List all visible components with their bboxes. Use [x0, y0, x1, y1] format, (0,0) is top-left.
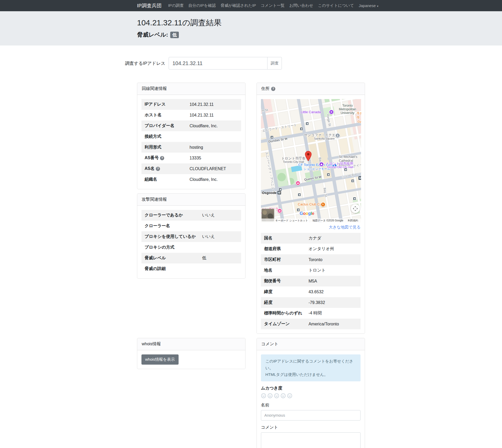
map-attribution: キーボード ショートカット 地図データ ©2026 Google 利用規約 地図… [261, 219, 361, 222]
hotel-icon[interactable] [295, 181, 300, 186]
old-city-hall-icon[interactable] [319, 162, 324, 167]
help-icon[interactable]: ? [271, 87, 275, 91]
attack-info-title: 攻撃関連情報 [142, 197, 167, 202]
row-value: Toronto [305, 254, 361, 265]
transit-stop-icon [306, 122, 309, 125]
row-label: プロバイダー名 [141, 120, 186, 131]
angry-face-icon[interactable] [281, 393, 286, 398]
attack-info-card: 攻撃関連情報 クローラーであるかいいえ クローラー名 プロキシを使用しているかい… [137, 193, 246, 279]
row-value: カナダ [305, 233, 361, 244]
row-label: 経度 [261, 297, 305, 308]
google-map[interactable]: m St エドワード・ストリート Dundas St W Yonge St Ba… [261, 99, 361, 222]
language-dropdown[interactable]: Japanese▼ [356, 3, 381, 8]
comment-card: コメント このIPアドレスに関するコメントをお寄せください。 HTMLタグは使用… [256, 338, 365, 448]
map-data-credit: 地図データ ©2026 Google [312, 219, 343, 222]
nav-item-ip-search[interactable]: IPの調査 [166, 3, 186, 8]
ip-search-input[interactable] [169, 57, 267, 70]
row-value: 104.21.32.11 [186, 110, 241, 120]
transit-stop-icon [327, 173, 330, 176]
view-larger-map-link[interactable]: 大きな地図で見る [261, 225, 361, 230]
show-whois-button[interactable]: whois情報を表示 [141, 354, 179, 365]
poi-label-eaton-jp: ショッピングモール [304, 167, 330, 171]
metro-station-icon[interactable]: M [277, 191, 281, 195]
row-value [199, 263, 241, 274]
row-label: 緯度 [261, 286, 305, 297]
square-poi-icon[interactable] [335, 133, 340, 138]
nav-item-my-ip[interactable]: 自分のIPを確認 [186, 3, 218, 8]
table-row: プロキシを使用しているかいいえ [141, 231, 241, 242]
comment-field[interactable] [261, 432, 361, 448]
brand-link[interactable]: IP調査兵団 [137, 2, 162, 9]
table-row: タイムゾーンAmerica/Toronto [261, 319, 361, 329]
metro-station-icon[interactable]: M [358, 176, 361, 180]
row-label: 標準時間からのずれ [261, 308, 305, 319]
transit-stop-icon [353, 197, 356, 200]
help-icon[interactable]: ? [160, 156, 164, 160]
table-row: 緯度43.6532 [261, 286, 361, 297]
row-value: hosting [186, 142, 241, 153]
table-row: 組織名Cloudflare, Inc. [141, 174, 241, 185]
poi-label-old-city-hall-en: Toronto Old City Hall [327, 165, 353, 169]
row-value: いいえ [199, 210, 241, 221]
poi-label-little-canada: Little Canada [301, 110, 321, 114]
row-value: トロント [305, 265, 361, 276]
restaurant-icon[interactable] [321, 202, 326, 207]
table-row: 脅威レベル低 [141, 253, 241, 263]
table-row: クローラー名 [141, 221, 241, 231]
row-label: IPアドレス [141, 99, 186, 110]
angry-face-icon[interactable] [267, 393, 273, 398]
table-row: 地名トロント [261, 265, 361, 276]
name-field[interactable] [261, 410, 361, 421]
nav-item-comments[interactable]: コメント一覧 [258, 3, 287, 8]
chevron-down-icon: ▼ [376, 5, 379, 8]
angry-face-icon[interactable] [274, 393, 279, 398]
address-card: 住所 ? [256, 83, 365, 334]
comment-title: コメント [261, 341, 278, 347]
transit-stop-icon [351, 179, 354, 182]
row-value: 低 [199, 253, 241, 263]
result-header: 104.21.32.11の調査結果 脅威レベル: 低 [0, 11, 502, 45]
row-value: -4 時間 [305, 308, 361, 319]
poi-label-gyu2: 牛 [357, 115, 360, 120]
whois-card: whois情報 whois情報を表示 [137, 338, 246, 369]
google-logo[interactable]: Google [300, 211, 314, 216]
keyboard-shortcuts-link[interactable]: キーボード ショートカット [275, 219, 308, 222]
angry-face-icon[interactable] [261, 393, 266, 398]
transit-stop-icon [344, 168, 347, 171]
anger-label: ムカつき度 [261, 386, 361, 391]
map-compass-control[interactable] [351, 204, 360, 213]
row-value: America/Toronto [305, 319, 361, 329]
table-row: 国名カナダ [261, 233, 361, 244]
row-label: 脅威レベル [141, 253, 199, 263]
angry-face-icon[interactable] [287, 393, 292, 398]
row-label: 接続方式 [141, 131, 186, 142]
table-row: IPアドレス104.21.32.11 [141, 99, 241, 110]
table-row: AS名?CLOUDFLARENET [141, 163, 241, 174]
nav-item-contact[interactable]: お問い合わせ [287, 3, 315, 8]
poi-label-gyu3: Gy [358, 120, 361, 123]
hotel-icon[interactable] [277, 208, 282, 213]
threat-level-badge: 低 [170, 32, 179, 38]
poi-label-city-hall-en: Toronto City Hall [283, 160, 304, 163]
line-info-table: IPアドレス104.21.32.11 ホスト名104.21.32.11 プロバイ… [141, 99, 241, 185]
address-table: 国名カナダ 都道府県オンタリオ州 市区町村Toronto 地名トロント 郵便番号… [261, 233, 361, 329]
attraction-icon[interactable] [329, 110, 334, 114]
nav-item-about[interactable]: このサイトについて [316, 3, 356, 8]
map-marker-icon [305, 151, 312, 162]
terms-link[interactable]: 利用規約 [348, 219, 358, 222]
row-value: 13335 [186, 153, 241, 163]
table-row: AS番号?13335 [141, 153, 241, 163]
comment-notice: このIPアドレスに関するコメントをお寄せください。 HTMLタグは使用いただけま… [261, 354, 361, 381]
address-title: 住所 [261, 86, 270, 91]
navbar: IP調査兵団 IPの調査 自分のIPを確認 脅威が確認されたIP コメント一覧 … [0, 0, 502, 11]
table-row: プロキシの方式 [141, 242, 241, 253]
search-label: 調査するIPアドレス [125, 60, 165, 66]
whois-title: whois情報 [142, 341, 161, 347]
search-button[interactable]: 調査 [267, 57, 282, 70]
row-label: ホスト名 [141, 110, 186, 120]
row-label: 組織名 [141, 174, 186, 185]
help-icon[interactable]: ? [156, 167, 160, 171]
nav-item-threat-ips[interactable]: 脅威が確認されたIP [218, 3, 258, 8]
table-row: 郵便番号M5A [261, 276, 361, 286]
row-label: 地名 [261, 265, 305, 276]
